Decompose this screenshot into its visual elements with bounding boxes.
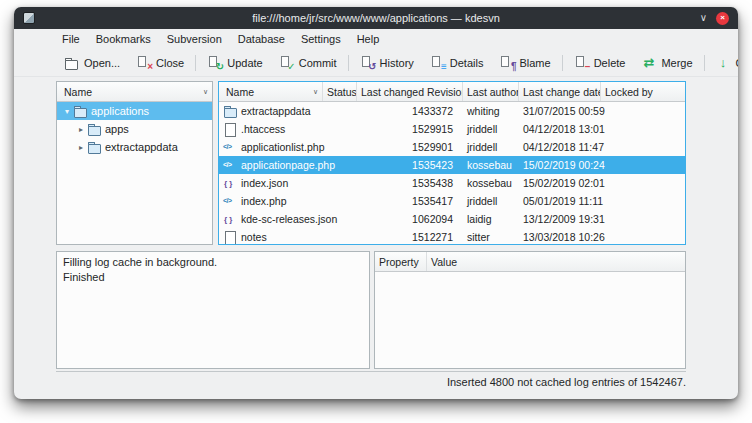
statusbar-message: Inserted 4800 not cached log entries of …: [447, 376, 686, 388]
toolbar-button-label: Blame: [519, 57, 550, 69]
file-author: jriddell: [463, 123, 519, 135]
file-name: .htaccess: [241, 123, 285, 135]
toolbar-button-close[interactable]: × Close: [128, 52, 192, 73]
folder-icon: [87, 122, 101, 136]
tree-item-label: extractappdata: [105, 141, 178, 153]
column-header-status[interactable]: Status: [323, 82, 357, 101]
toolbar-button-label: Details: [450, 57, 484, 69]
menu-item-help[interactable]: Help: [349, 29, 388, 49]
menu-item-bookmarks[interactable]: Bookmarks: [88, 29, 159, 49]
tree-item-label: apps: [105, 123, 129, 135]
tree-column-header-name[interactable]: Name ∨: [57, 82, 212, 101]
column-header-author[interactable]: Last author: [463, 82, 519, 101]
file-row-applicationpage-php[interactable]: applicationpage.php 1535423 kossebau 15/…: [219, 156, 685, 174]
tree-item-extractappdata[interactable]: ▸ extractappdata: [57, 138, 212, 156]
toolbar-button-open[interactable]: Open...: [56, 52, 128, 73]
file-author: kossebau: [463, 159, 519, 171]
svn-update-icon: ↻: [207, 55, 222, 70]
delete-icon: −: [574, 55, 589, 70]
file-rows: extractappdata 1433372 whiting 31/07/201…: [219, 102, 685, 244]
folder-icon: [87, 140, 101, 154]
file-revision: 1535438: [357, 177, 463, 189]
menu-item-label: Help: [357, 33, 380, 45]
file-revision: 1433372: [357, 105, 463, 117]
file-row-index-json[interactable]: index.json 1535438 kossebau 15/02/2019 0…: [219, 174, 685, 192]
file-change-date: 31/07/2015 00:59: [519, 105, 601, 117]
file-revision: 1529915: [357, 123, 463, 135]
shade-icon[interactable]: ∨: [700, 13, 707, 23]
file-row-index-php[interactable]: index.php 1535417 jriddell 05/01/2019 11…: [219, 192, 685, 210]
app-icon[interactable]: [23, 12, 35, 24]
toolbar-button-checkout[interactable]: ↓ Checkout: [708, 52, 738, 73]
window-controls: ∨ ×: [700, 7, 729, 29]
directory-tree-panel: Name ∨ ▾ applications ▸ apps ▸ extractap…: [56, 81, 213, 245]
top-panels: Name ∨ ▾ applications ▸ apps ▸ extractap…: [56, 81, 686, 245]
expander-icon[interactable]: ▾: [61, 107, 73, 116]
file-row-applicationlist-php[interactable]: applicationlist.php 1529901 jriddell 04/…: [219, 138, 685, 156]
file-change-date: 04/12/2018 13:01: [519, 123, 601, 135]
tree-item-applications[interactable]: ▾ applications: [57, 102, 212, 120]
toolbar-button-label: History: [380, 57, 414, 69]
file-row-htaccess[interactable]: .htaccess 1529915 jriddell 04/12/2018 13…: [219, 120, 685, 138]
menu-item-subversion[interactable]: Subversion: [159, 29, 230, 49]
toolbar-button-history[interactable]: ↺ History: [352, 52, 422, 73]
file-author: jriddell: [463, 195, 519, 207]
file-name: applicationpage.php: [241, 159, 335, 171]
chevron-down-icon: ∨: [310, 88, 318, 96]
toolbar-button-update[interactable]: ↻ Update: [199, 52, 270, 73]
toolbar-separator: [704, 55, 705, 71]
file-row-kde-sc-releases-json[interactable]: kde-sc-releases.json 1062094 laidig 13/1…: [219, 210, 685, 228]
properties-rows: [375, 272, 685, 368]
menu-item-database[interactable]: Database: [230, 29, 293, 49]
json-icon: [223, 212, 237, 226]
folder-icon: [223, 104, 237, 118]
toolbar-separator: [562, 55, 563, 71]
expander-icon[interactable]: ▸: [75, 143, 87, 152]
menu-item-label: File: [62, 33, 80, 45]
statusbar: Inserted 4800 not cached log entries of …: [56, 371, 686, 391]
toolbar-buttons: Open... × Close ↻ Update ✓ Commit ↺ Hist…: [56, 52, 738, 73]
file-change-date: 15/02/2019 00:24: [519, 159, 601, 171]
toolbar-button-label: Delete: [594, 57, 626, 69]
file-change-date: 13/03/2018 10:26: [519, 231, 601, 243]
file-author: sitter: [463, 231, 519, 243]
tree-item-label: applications: [91, 105, 149, 117]
toolbar-button-merge[interactable]: ⇄ Merge: [633, 52, 700, 73]
column-header-property[interactable]: Property: [375, 252, 427, 271]
toolbar-button-delete[interactable]: − Delete: [566, 52, 634, 73]
file-author: jriddell: [463, 141, 519, 153]
log-output-panel[interactable]: Filling log cache in background. Finishe…: [56, 251, 370, 369]
column-header-name[interactable]: Name ∨: [219, 82, 323, 101]
code-icon: [223, 158, 237, 172]
column-header-date[interactable]: Last change date: [519, 82, 601, 101]
close-icon[interactable]: ×: [716, 12, 729, 25]
toolbar-button-label: Checkout: [736, 57, 738, 69]
file-name: notes: [241, 231, 267, 243]
json-icon: [223, 176, 237, 190]
file-author: whiting: [463, 105, 519, 117]
column-header-revision[interactable]: Last changed Revision: [357, 82, 463, 101]
file-list-header: Name ∨ Status Last changed Revision Last…: [219, 82, 685, 102]
menu-item-settings[interactable]: Settings: [293, 29, 349, 49]
toolbar-button-details[interactable]: ≡ Details: [422, 52, 492, 73]
menubar: File Bookmarks Subversion Database Setti…: [14, 29, 738, 49]
column-header-locked-by[interactable]: Locked by: [601, 82, 685, 101]
main-area: Name ∨ ▾ applications ▸ apps ▸ extractap…: [14, 77, 738, 399]
toolbar-button-blame[interactable]: ¶ Blame: [491, 52, 558, 73]
file-revision: 1062094: [357, 213, 463, 225]
menu-item-label: Settings: [301, 33, 341, 45]
menu-item-file[interactable]: File: [54, 29, 88, 49]
tree-item-apps[interactable]: ▸ apps: [57, 120, 212, 138]
toolbar: Open... × Close ↻ Update ✓ Commit ↺ Hist…: [14, 49, 738, 77]
file-row-notes[interactable]: notes 1512271 sitter 13/03/2018 10:26: [219, 228, 685, 244]
file-row-extractappdata[interactable]: extractappdata 1433372 whiting 31/07/201…: [219, 102, 685, 120]
file-author: laidig: [463, 213, 519, 225]
file-list-panel: Name ∨ Status Last changed Revision Last…: [218, 81, 686, 245]
bottom-panels: Filling log cache in background. Finishe…: [56, 251, 686, 369]
toolbar-button-commit[interactable]: ✓ Commit: [271, 52, 345, 73]
column-header-value[interactable]: Value: [427, 252, 685, 271]
file-revision: 1535423: [357, 159, 463, 171]
titlebar[interactable]: file:///home/jr/src/www/www/applications…: [14, 7, 738, 29]
expander-icon[interactable]: ▸: [75, 125, 87, 134]
log-line: Finished: [63, 270, 363, 285]
